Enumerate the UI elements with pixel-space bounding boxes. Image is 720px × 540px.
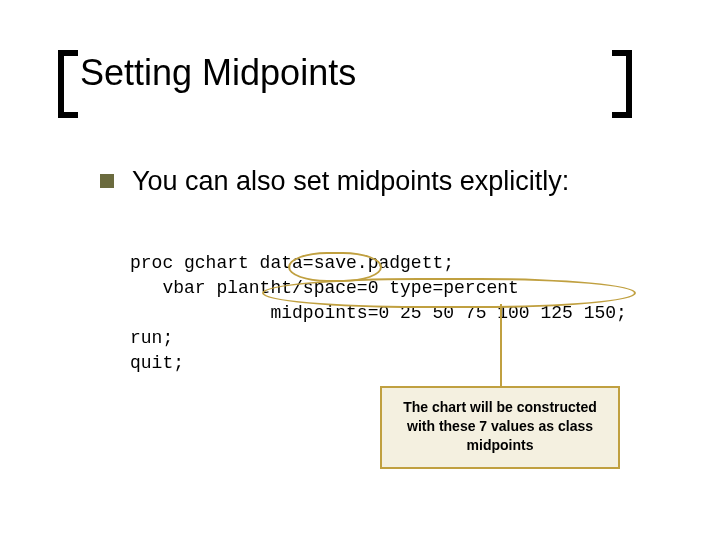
code-line-3: midpoints=0 25 50 75 100 125 150; <box>130 303 627 323</box>
code-line-1: proc gchart data=save.padgett; <box>130 253 454 273</box>
title-bracket-left <box>58 50 78 118</box>
bullet-text: You can also set midpoints explicitly: <box>132 165 569 197</box>
code-block: proc gchart data=save.padgett; vbar plan… <box>130 225 660 401</box>
callout-box: The chart will be constructed with these… <box>380 386 620 469</box>
title-container: Setting Midpoints <box>80 52 640 94</box>
callout-text: The chart will be constructed with these… <box>403 399 597 453</box>
square-bullet-icon <box>100 174 114 188</box>
connector-line <box>500 304 502 386</box>
code-line-4: run; <box>130 328 173 348</box>
slide: Setting Midpoints You can also set midpo… <box>0 0 720 540</box>
code-line-2: vbar plantht/space=0 type=percent <box>130 278 519 298</box>
body-container: You can also set midpoints explicitly: p… <box>100 165 660 402</box>
slide-title: Setting Midpoints <box>80 52 640 94</box>
code-line-5: quit; <box>130 353 184 373</box>
bullet-row: You can also set midpoints explicitly: <box>100 165 660 197</box>
